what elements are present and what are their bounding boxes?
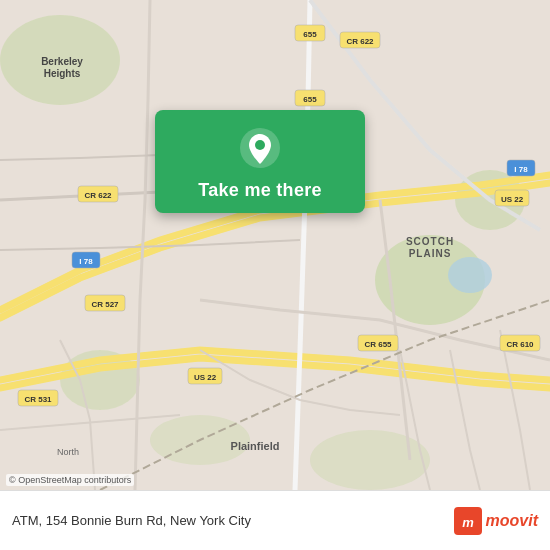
svg-text:US 22: US 22: [501, 195, 524, 204]
svg-text:CR 531: CR 531: [24, 395, 52, 404]
location-pin-icon: [238, 126, 282, 170]
svg-point-39: [255, 140, 265, 150]
svg-point-6: [310, 430, 430, 490]
action-card[interactable]: Take me there: [155, 110, 365, 213]
svg-text:North: North: [57, 447, 79, 457]
svg-text:CR 622: CR 622: [346, 37, 374, 46]
address-section: ATM, 154 Bonnie Burn Rd, New York City: [12, 513, 454, 528]
svg-text:CR 527: CR 527: [91, 300, 119, 309]
svg-text:SCOTCH: SCOTCH: [406, 236, 454, 247]
svg-text:m: m: [462, 515, 474, 530]
svg-text:US 22: US 22: [194, 373, 217, 382]
svg-text:Heights: Heights: [44, 68, 81, 79]
svg-text:Berkeley: Berkeley: [41, 56, 83, 67]
svg-text:I 78: I 78: [514, 165, 528, 174]
svg-text:CR 655: CR 655: [364, 340, 392, 349]
svg-text:655: 655: [303, 95, 317, 104]
svg-text:CR 622: CR 622: [84, 191, 112, 200]
address-text: ATM, 154 Bonnie Burn Rd, New York City: [12, 513, 251, 528]
bottom-bar: ATM, 154 Bonnie Burn Rd, New York City m…: [0, 490, 550, 550]
moovit-text: moovit: [486, 512, 538, 530]
map-background: CR 622 CR 622 655 655 I 78 I 78 US 22 US…: [0, 0, 550, 490]
take-me-there-button[interactable]: Take me there: [198, 180, 322, 201]
svg-text:PLAINS: PLAINS: [409, 248, 452, 259]
osm-attribution: © OpenStreetMap contributors: [6, 474, 134, 486]
moovit-logo: m moovit: [454, 507, 538, 535]
svg-text:Plainfield: Plainfield: [231, 440, 280, 452]
map-container: CR 622 CR 622 655 655 I 78 I 78 US 22 US…: [0, 0, 550, 490]
svg-point-7: [448, 257, 492, 293]
svg-text:I 78: I 78: [79, 257, 93, 266]
moovit-logo-icon: m: [454, 507, 482, 535]
svg-text:CR 610: CR 610: [506, 340, 534, 349]
svg-text:655: 655: [303, 30, 317, 39]
